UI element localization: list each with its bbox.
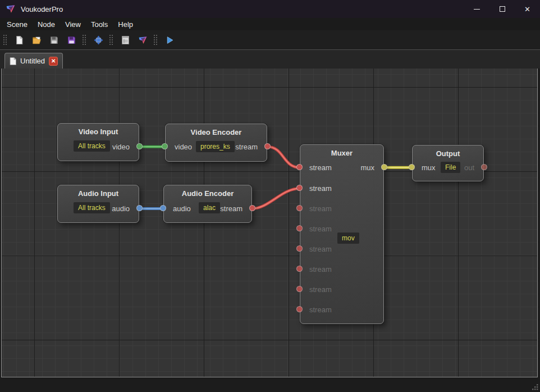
muxer-stream-in-port[interactable]	[296, 185, 303, 191]
node-audio-encoder[interactable]: Audio Encoderaudiostreamalac	[163, 185, 252, 223]
menu-node[interactable]: Node	[33, 19, 60, 30]
output-out-out-port[interactable]	[481, 164, 487, 170]
node-video-input[interactable]: Video InputvideoAll tracks	[57, 123, 139, 161]
port-label-stream: stream	[309, 184, 332, 194]
save-as-icon	[67, 35, 76, 45]
tab-close-icon[interactable]: ✕	[49, 57, 58, 66]
port-label-stream: stream	[309, 224, 332, 234]
run-icon	[165, 35, 175, 45]
title-bar: VoukoderPro ✕	[0, 0, 540, 18]
minimize-button[interactable]	[464, 0, 489, 18]
muxer-stream-in-port[interactable]	[296, 164, 303, 170]
toolbar-open-folder-button[interactable]	[29, 33, 44, 48]
log-icon	[121, 35, 130, 45]
port-label-stream: stream	[309, 285, 332, 295]
port-label-mux: mux	[360, 163, 374, 173]
document-icon	[10, 57, 16, 65]
audio-input-value-box: All tracks	[74, 202, 110, 213]
muxer-value-box: mov	[337, 233, 359, 244]
resize-grip[interactable]	[530, 382, 539, 391]
muxer-stream-in-port[interactable]	[296, 225, 303, 231]
toolbar-voukoderpro-logo-button[interactable]	[135, 33, 150, 48]
node-video-encoder[interactable]: Video Encodervideostreamprores_ks	[165, 124, 267, 162]
connection-video-encoder-to-muxer[interactable]	[267, 147, 300, 167]
toolbar-run-button[interactable]	[162, 33, 177, 48]
node-title-output: Output	[413, 145, 483, 158]
node-canvas[interactable]: Video InputvideoAll tracksVideo Encoderv…	[1, 69, 538, 377]
muxer-mux-out-port[interactable]	[381, 164, 387, 170]
menu-scene[interactable]: Scene	[2, 19, 33, 30]
status-bar	[0, 377, 540, 392]
open-folder-icon	[32, 35, 42, 45]
node-output[interactable]: OutputmuxoutFile	[412, 145, 484, 181]
video-encoder-video-in-port[interactable]	[162, 143, 168, 149]
app-window: VoukoderPro ✕ SceneNodeViewToolsHelp Unt…	[0, 0, 540, 392]
maximize-button[interactable]	[489, 0, 515, 18]
muxer-stream-in-port[interactable]	[296, 306, 303, 312]
node-title-video-input: Video Input	[58, 124, 139, 136]
muxer-stream-in-port[interactable]	[296, 245, 303, 252]
audio-encoder-audio-in-port[interactable]	[160, 205, 166, 211]
port-label-stream: stream	[309, 204, 332, 214]
toolbar	[0, 30, 540, 49]
port-label-stream: stream	[309, 305, 332, 315]
output-mux-in-port[interactable]	[409, 164, 415, 170]
menu-bar: SceneNodeViewToolsHelp	[0, 18, 540, 30]
node-title-muxer: Muxer	[300, 145, 383, 157]
video-encoder-value-box: prores_ks	[196, 141, 235, 152]
port-label-out: out	[464, 163, 474, 173]
port-label-mux: mux	[422, 163, 436, 173]
port-label-video: video	[112, 142, 130, 152]
port-label-stream: stream	[235, 142, 258, 152]
node-audio-input[interactable]: Audio InputaudioAll tracks	[57, 185, 139, 223]
audio-encoder-stream-out-port[interactable]	[249, 205, 255, 211]
voukoderpro-logo-icon	[6, 4, 16, 14]
tab-untitled[interactable]: Untitled ✕	[4, 53, 63, 69]
toolbar-save-as-button[interactable]	[64, 33, 79, 48]
node-title-audio-input: Audio Input	[58, 185, 139, 198]
muxer-stream-in-port[interactable]	[296, 286, 303, 292]
node-muxer[interactable]: Muxerstreamstreamstreamstreamstreamstrea…	[300, 144, 384, 324]
video-input-video-out-port[interactable]	[136, 143, 143, 149]
toolbar-fit-view-button[interactable]	[91, 33, 106, 48]
node-title-audio-encoder: Audio Encoder	[164, 185, 251, 198]
fit-view-icon	[94, 35, 103, 45]
menu-help[interactable]: Help	[113, 19, 138, 30]
port-label-stream: stream	[309, 244, 332, 254]
toolbar-grip-handle[interactable]	[3, 34, 7, 46]
toolbar-grip-handle[interactable]	[109, 34, 113, 46]
video-encoder-stream-out-port[interactable]	[264, 143, 271, 149]
audio-input-audio-out-port[interactable]	[136, 205, 143, 211]
port-label-stream: stream	[220, 204, 242, 214]
menu-view[interactable]: View	[60, 19, 86, 30]
output-value-box: File	[441, 162, 460, 173]
tab-label: Untitled	[20, 57, 45, 65]
toolbar-grip-handle[interactable]	[82, 34, 86, 46]
connection-audio-encoder-to-muxer[interactable]	[252, 188, 300, 208]
toolbar-grip-handle[interactable]	[153, 34, 158, 46]
audio-encoder-value-box: alac	[199, 202, 220, 213]
port-label-audio: audio	[112, 204, 130, 214]
toolbar-save-button[interactable]	[47, 33, 62, 48]
menu-tools[interactable]: Tools	[86, 19, 113, 30]
port-label-stream: stream	[309, 163, 332, 173]
window-controls: ✕	[464, 0, 540, 18]
toolbar-log-button[interactable]	[118, 33, 133, 48]
port-label-video: video	[175, 142, 192, 152]
new-file-icon	[15, 35, 24, 45]
voukoderpro-logo-icon	[138, 35, 148, 45]
toolbar-new-file-button[interactable]	[12, 33, 27, 48]
node-title-video-encoder: Video Encoder	[166, 124, 267, 136]
muxer-stream-in-port[interactable]	[296, 205, 303, 211]
window-title: VoukoderPro	[21, 5, 63, 13]
muxer-stream-in-port[interactable]	[296, 266, 303, 272]
tab-bar: Untitled ✕	[0, 49, 540, 69]
port-label-stream: stream	[309, 265, 332, 275]
save-icon	[49, 35, 59, 45]
port-label-audio: audio	[173, 204, 191, 214]
close-button[interactable]: ✕	[515, 0, 540, 18]
video-input-value-box: All tracks	[74, 140, 110, 152]
